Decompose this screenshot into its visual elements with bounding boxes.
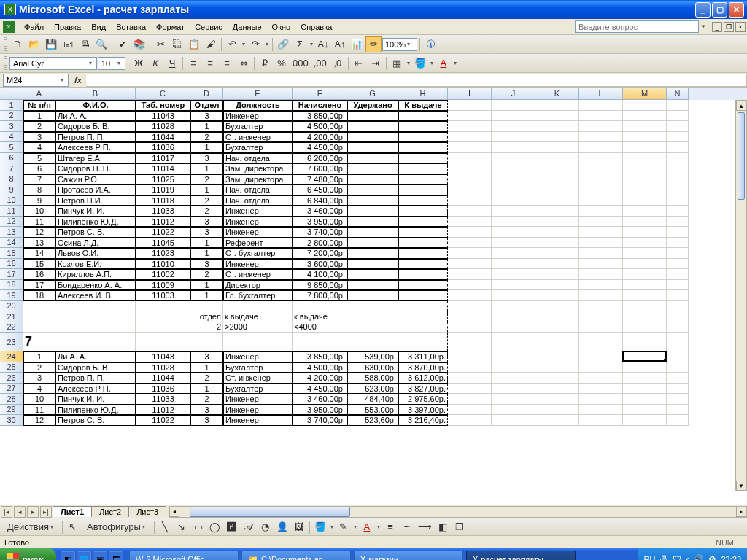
cell[interactable] xyxy=(492,206,535,217)
cell[interactable]: 2 xyxy=(190,394,223,405)
cell[interactable] xyxy=(492,351,535,362)
cell[interactable] xyxy=(535,405,579,416)
cell[interactable] xyxy=(347,184,398,195)
comma-style-icon[interactable]: 000 xyxy=(290,55,311,71)
cell[interactable] xyxy=(667,373,689,384)
3d-icon[interactable]: ❒ xyxy=(452,519,468,535)
cell[interactable] xyxy=(623,415,667,426)
select-objects-icon[interactable]: ↖ xyxy=(65,519,81,535)
cell[interactable]: 11018 xyxy=(136,195,190,206)
cell[interactable] xyxy=(623,100,667,111)
cell[interactable] xyxy=(535,269,579,280)
cell[interactable]: 10 xyxy=(23,206,55,217)
close-button[interactable]: ✕ xyxy=(729,2,744,18)
cell[interactable] xyxy=(535,362,579,373)
cell[interactable]: 3 870,00р. xyxy=(398,362,448,373)
cell[interactable] xyxy=(492,111,535,122)
cell[interactable]: Нач. отдела xyxy=(223,195,293,206)
cell[interactable]: 9 xyxy=(23,195,55,206)
cell[interactable] xyxy=(623,373,667,384)
cell[interactable]: к выдаче xyxy=(223,311,293,322)
cell[interactable] xyxy=(492,405,535,416)
cell[interactable] xyxy=(667,163,689,174)
cell[interactable] xyxy=(535,248,579,259)
cell[interactable]: Удержано xyxy=(347,100,398,111)
cell[interactable]: Бухгалтер xyxy=(223,142,293,153)
cell[interactable]: Петров С. В. xyxy=(55,227,136,238)
cell[interactable]: 4 100,00р. xyxy=(293,269,347,280)
cell[interactable] xyxy=(623,405,667,416)
line-icon[interactable]: ╲ xyxy=(157,519,173,535)
cell[interactable] xyxy=(623,132,667,143)
cell[interactable] xyxy=(448,195,492,206)
oval-icon[interactable]: ◯ xyxy=(207,519,223,535)
cell[interactable] xyxy=(448,217,492,228)
cell[interactable] xyxy=(667,332,689,351)
cell[interactable] xyxy=(448,227,492,238)
cell[interactable] xyxy=(347,174,398,185)
cell[interactable] xyxy=(347,322,398,333)
cell[interactable]: 11017 xyxy=(136,153,190,164)
cell[interactable] xyxy=(492,153,535,164)
cell[interactable]: 3 740,00р. xyxy=(293,227,347,238)
cell[interactable]: 3 xyxy=(190,405,223,416)
maximize-button[interactable]: ▢ xyxy=(712,2,727,18)
scroll-right-icon[interactable]: ▸ xyxy=(736,507,746,517)
zoom-box[interactable]: 100%▾ xyxy=(382,38,417,51)
cell[interactable]: 3 460,00р. xyxy=(293,206,347,217)
cell[interactable] xyxy=(347,217,398,228)
help-icon[interactable]: 🛈 xyxy=(422,36,438,52)
cell[interactable]: 7 xyxy=(23,174,55,185)
cell[interactable]: 14 xyxy=(23,248,55,259)
cell[interactable] xyxy=(347,206,398,217)
cell[interactable]: 11002 xyxy=(136,269,190,280)
column-header-D[interactable]: D xyxy=(190,88,223,100)
cell[interactable]: 3 xyxy=(23,373,55,384)
cell[interactable]: 4 xyxy=(23,384,55,394)
cell[interactable] xyxy=(492,384,535,394)
increase-indent-icon[interactable]: ⇥ xyxy=(368,55,384,71)
column-header-A[interactable]: A xyxy=(23,88,55,100)
menu-сервис[interactable]: Сервис xyxy=(190,21,228,33)
cell[interactable] xyxy=(623,259,667,270)
cell[interactable] xyxy=(579,132,623,143)
fill-color-icon[interactable]: 🪣 xyxy=(412,55,428,71)
increase-decimal-icon[interactable]: ,00 xyxy=(311,55,329,71)
save-icon[interactable]: 💾 xyxy=(43,36,59,52)
row-header[interactable]: 6 xyxy=(0,153,23,164)
tab-nav-next-icon[interactable]: ▸ xyxy=(27,506,39,518)
cell[interactable]: 11043 xyxy=(136,351,190,362)
font-color-dropdown-icon[interactable]: ▾ xyxy=(452,60,458,66)
cell[interactable] xyxy=(623,394,667,405)
row-header[interactable]: 30 xyxy=(0,415,23,426)
cell[interactable]: Нач. отдела xyxy=(223,184,293,195)
cell[interactable]: 484,40р. xyxy=(347,394,398,405)
cell[interactable]: Козлов Е.И. xyxy=(55,259,136,270)
row-header[interactable]: 3 xyxy=(0,121,23,132)
cell[interactable] xyxy=(448,362,492,373)
cell[interactable] xyxy=(448,311,492,322)
cell[interactable]: Должность xyxy=(223,100,293,111)
tray-icon[interactable]: ‹ xyxy=(686,554,689,560)
menu-вид[interactable]: Вид xyxy=(86,21,111,33)
cell[interactable] xyxy=(492,290,535,301)
cell[interactable] xyxy=(667,227,689,238)
cell[interactable] xyxy=(535,206,579,217)
cell[interactable]: Инженер xyxy=(223,227,293,238)
cell[interactable] xyxy=(623,121,667,132)
cell[interactable] xyxy=(535,195,579,206)
cell[interactable]: Референт xyxy=(223,238,293,249)
cell[interactable] xyxy=(448,405,492,416)
cell[interactable]: Петров П. П. xyxy=(55,373,136,384)
cell[interactable] xyxy=(535,121,579,132)
cell[interactable]: 623,00р. xyxy=(347,384,398,394)
cell[interactable]: 12 xyxy=(23,415,55,426)
cell[interactable] xyxy=(448,394,492,405)
column-header-N[interactable]: N xyxy=(667,88,689,100)
cell[interactable] xyxy=(448,384,492,394)
picture-icon[interactable]: 🖼 xyxy=(291,519,307,535)
cell[interactable] xyxy=(347,259,398,270)
cell[interactable] xyxy=(347,332,398,351)
diagram-icon[interactable]: ◔ xyxy=(258,519,274,535)
cell[interactable]: Кириллов А.П. xyxy=(55,269,136,280)
